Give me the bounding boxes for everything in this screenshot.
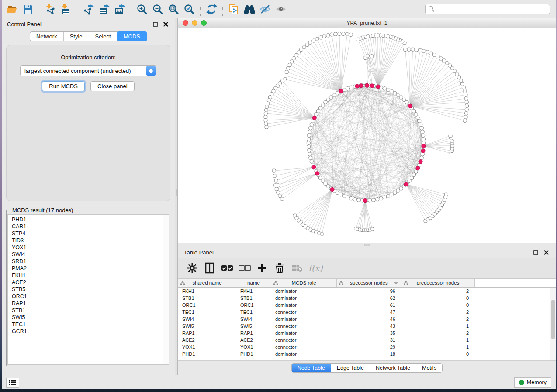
table-options-gear-icon[interactable] <box>185 261 199 275</box>
mcds-result-item[interactable]: CAR1 <box>12 223 169 230</box>
mcds-result-item[interactable]: TEC1 <box>12 321 169 328</box>
run-mcds-button[interactable]: Run MCDS <box>42 81 85 91</box>
export-network-icon[interactable] <box>80 2 96 17</box>
mcds-result-item[interactable]: STB5 <box>12 286 169 293</box>
zoom-out-icon[interactable] <box>150 2 166 17</box>
table-scrollbar[interactable] <box>550 288 556 360</box>
tab-network-table[interactable]: Network Table <box>370 364 416 372</box>
column-type-icon <box>273 281 278 285</box>
network-search-field[interactable] <box>425 4 550 14</box>
show-column-selector-icon[interactable] <box>203 261 217 275</box>
tab-edge-table[interactable]: Edge Table <box>331 364 370 372</box>
table-row[interactable]: ACE2 ACE2 connector 31 1 <box>178 337 556 344</box>
show-task-history-button[interactable] <box>6 378 19 388</box>
memory-label: Memory <box>527 379 547 385</box>
column-header-shared-name[interactable]: shared name <box>178 279 236 287</box>
window-minimize-icon[interactable] <box>192 20 197 26</box>
mcds-result-item[interactable]: STB1 <box>12 307 169 314</box>
toolbar-separator <box>222 3 223 16</box>
close-panel-button[interactable]: Close panel <box>90 81 135 91</box>
unselect-all-rows-icon[interactable] <box>238 261 252 275</box>
table-scrollbar-thumb[interactable] <box>551 300 555 339</box>
hide-selected-icon[interactable] <box>257 2 273 17</box>
optimization-criterion-label: Optimization criterion: <box>7 54 170 61</box>
export-image-icon[interactable] <box>112 2 128 17</box>
select-all-rows-icon[interactable] <box>220 261 234 275</box>
mcds-result-item[interactable]: STP4 <box>12 230 169 237</box>
mcds-result-item[interactable]: RAP1 <box>12 300 169 307</box>
vertical-splitter[interactable] <box>175 18 178 375</box>
mcds-options-panel: Optimization criterion: largest connecte… <box>6 45 170 201</box>
mcds-result-item[interactable]: FKH1 <box>12 272 169 279</box>
show-all-icon[interactable] <box>273 2 289 17</box>
table-row[interactable]: FKH1 FKH1 dominator 96 2 <box>178 288 556 295</box>
table-row[interactable]: SWI5 SWI5 connector 43 1 <box>178 323 556 330</box>
mcds-result-item[interactable]: SWI4 <box>12 251 169 258</box>
float-panel-icon[interactable] <box>151 21 159 28</box>
column-header-name[interactable]: name <box>236 279 271 287</box>
tab-network[interactable]: Network <box>30 32 64 41</box>
mcds-result-item[interactable]: SRD1 <box>12 258 169 265</box>
memory-button[interactable]: Memory <box>514 377 551 388</box>
mcds-result-item[interactable]: SWI5 <box>12 314 169 321</box>
window-maximize-icon[interactable] <box>201 20 207 26</box>
zoom-in-icon[interactable] <box>134 2 150 17</box>
zoom-fit-content-icon[interactable] <box>166 2 181 17</box>
toolbar-separator <box>200 3 201 16</box>
network-canvas[interactable] <box>178 28 556 243</box>
search-icon <box>428 6 435 12</box>
table-tabs: Node Table Edge Table Network Table Moti… <box>291 363 443 373</box>
memory-status-icon <box>519 380 524 385</box>
float-table-panel-icon[interactable] <box>532 249 540 256</box>
task-list-icon <box>9 380 16 385</box>
zoom-selected-icon[interactable] <box>181 2 197 17</box>
table-row[interactable]: RAP1 RAP1 dominator 35 2 <box>178 330 556 337</box>
first-neighbors-icon[interactable] <box>242 2 257 17</box>
optimization-select[interactable]: largest connected component (undirected) <box>20 65 156 76</box>
open-file-icon[interactable] <box>4 2 20 17</box>
close-table-panel-icon[interactable] <box>542 249 550 256</box>
table-row[interactable]: SWI4 SWI4 dominator 46 2 <box>178 316 556 323</box>
table-row[interactable]: TEC1 TEC1 connector 47 2 <box>178 309 556 316</box>
column-type-icon <box>180 281 185 285</box>
horizontal-splitter[interactable] <box>178 243 556 247</box>
network-window-title: YPA_prune.txt_1 <box>346 20 387 26</box>
clone-network-icon[interactable] <box>226 2 242 17</box>
apply-preferred-layout-icon[interactable] <box>204 2 219 17</box>
import-network-icon[interactable] <box>42 2 58 17</box>
mcds-result-item[interactable]: ACE2 <box>12 279 169 286</box>
close-panel-icon[interactable] <box>162 21 170 28</box>
delete-columns-trash-icon[interactable] <box>273 261 287 275</box>
status-bar: Memory <box>2 375 556 389</box>
mcds-result-item[interactable]: TID3 <box>12 237 169 244</box>
result-scrollbar[interactable] <box>163 215 169 364</box>
import-table-icon[interactable] <box>58 2 74 17</box>
search-input[interactable] <box>435 6 547 12</box>
column-header-predecessor-nodes[interactable]: predecessor nodes <box>401 279 475 287</box>
table-row[interactable]: YOX1 YOX1 connector 29 1 <box>178 344 556 351</box>
table-row[interactable]: STB1 STB1 dominator 62 0 <box>178 295 556 302</box>
table-row[interactable]: ORC1 ORC1 dominator 61 0 <box>178 302 556 309</box>
export-table-icon[interactable] <box>96 2 112 17</box>
apply-function-icon: f(x) <box>308 263 323 273</box>
column-header-mcds-role[interactable]: MCDS role <box>271 279 337 287</box>
table-panel: Table Panel <box>178 247 556 375</box>
mcds-result-item[interactable]: GCR1 <box>12 328 169 335</box>
tab-mcds[interactable]: MCDS <box>117 31 147 41</box>
column-header-successor-nodes[interactable]: successor nodes <box>337 279 401 287</box>
tab-select[interactable]: Select <box>89 32 118 41</box>
mcds-result-item[interactable]: YOX1 <box>12 244 169 251</box>
mcds-result-item[interactable]: ORC1 <box>12 293 169 300</box>
save-session-icon[interactable] <box>20 2 36 17</box>
table-row[interactable]: PHD1 PHD1 dominator 18 0 <box>178 351 556 358</box>
add-column-icon[interactable] <box>255 261 269 275</box>
mcds-result-item[interactable]: PHD1 <box>12 216 169 223</box>
window-close-icon[interactable] <box>183 20 188 26</box>
application-window: Control Panel Network Style Select MCDS … <box>2 0 556 389</box>
mcds-result-list[interactable]: PHD1CAR1STP4TID3YOX1SWI4SRD1PMA2FKH1ACE2… <box>7 214 169 365</box>
mcds-result-item[interactable]: PMA2 <box>12 265 169 272</box>
column-type-icon <box>339 281 343 285</box>
tab-motifs[interactable]: Motifs <box>416 364 442 372</box>
tab-style[interactable]: Style <box>64 32 89 41</box>
tab-node-table[interactable]: Node Table <box>292 364 331 372</box>
